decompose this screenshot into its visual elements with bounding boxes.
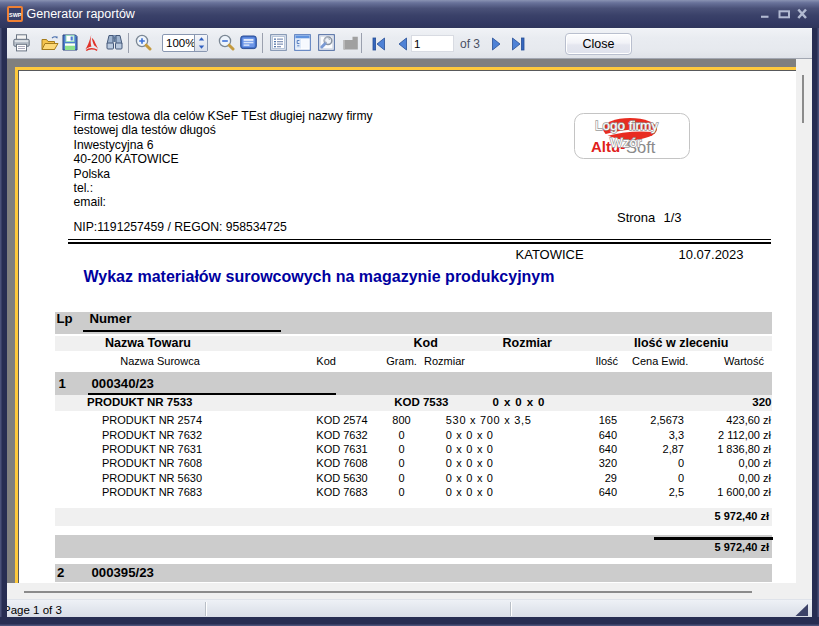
svg-text:Wzór: Wzór <box>610 135 642 150</box>
svg-text:Logo firmy: Logo firmy <box>595 118 658 133</box>
